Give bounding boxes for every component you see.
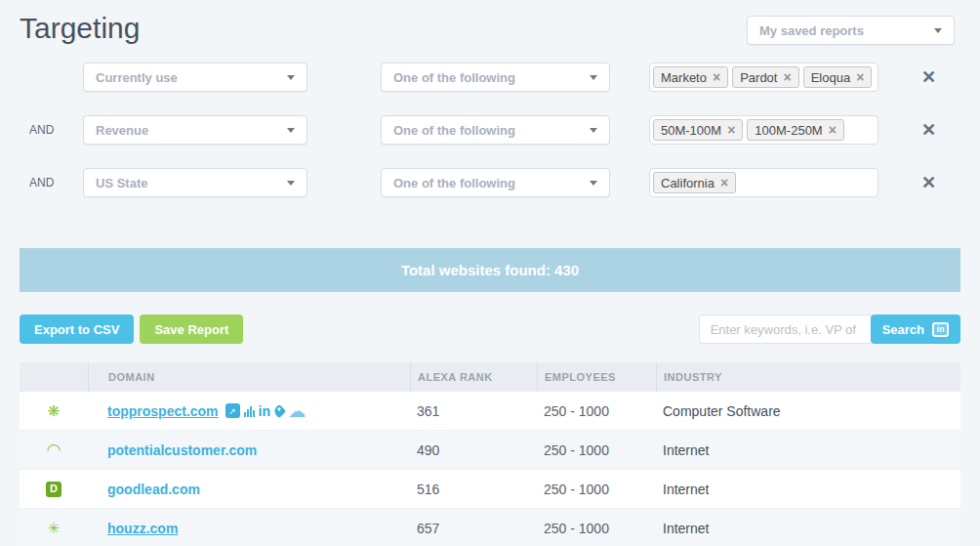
remove-tag-icon[interactable]: × — [783, 70, 791, 84]
industry-cell: Computer Software — [656, 403, 960, 419]
keyword-search-input[interactable] — [699, 315, 871, 344]
remove-tag-icon[interactable]: × — [829, 123, 837, 137]
search-button[interactable]: Search in — [871, 315, 960, 344]
filter-operator-label: One of the following — [393, 70, 515, 85]
actions-bar: Export to CSV Save Report Search in — [20, 315, 960, 344]
chevron-down-icon — [590, 128, 597, 133]
tag-label: Marketo — [661, 70, 707, 85]
export-csv-button[interactable]: Export to CSV — [20, 315, 134, 344]
alexa-rank-column-header: ALEXA RANK — [410, 362, 537, 392]
industry-cell: Internet — [656, 521, 960, 536]
chevron-down-icon — [590, 75, 597, 80]
and-label: AND — [0, 123, 83, 137]
tag-label: Eloqua — [811, 70, 850, 85]
targeting-page: Targeting My saved reports Currently use… — [0, 0, 980, 546]
filter-tag: 50M-100M × — [653, 119, 743, 141]
remove-filter-row-button[interactable]: ✕ — [921, 174, 936, 191]
filter-row-3: AND US State One of the following Califo… — [0, 168, 980, 197]
remove-tag-icon[interactable]: × — [727, 123, 735, 137]
top-bar: Targeting My saved reports — [0, 0, 980, 45]
filter-operator-label: One of the following — [393, 123, 515, 138]
tag-icon[interactable] — [272, 403, 286, 417]
results-summary-banner: Total websites found: 430 — [20, 248, 960, 292]
filter-operator-label: One of the following — [393, 176, 515, 190]
employees-cell: 250 - 1000 — [537, 442, 656, 458]
table-header: DOMAIN ALEXA RANK EMPLOYEES INDUSTRY — [20, 362, 960, 392]
filter-values-input[interactable]: California × — [649, 168, 878, 197]
industry-cell: Internet — [656, 482, 960, 497]
filter-field-dropdown[interactable]: Currently use — [83, 63, 307, 92]
table-row: D goodlead.com 516 250 - 1000 Internet — [20, 470, 960, 509]
alexa-rank-cell: 490 — [410, 442, 537, 458]
site-favicon: ❋ — [45, 402, 62, 420]
filter-tag: Marketo × — [653, 66, 728, 88]
filter-field-dropdown[interactable]: Revenue — [83, 115, 307, 145]
saved-reports-label: My saved reports — [759, 23, 864, 38]
and-label: AND — [0, 176, 83, 189]
page-title: Targeting — [20, 12, 140, 45]
filter-field-label: Currently use — [96, 70, 178, 85]
site-favicon: D — [46, 482, 61, 497]
filter-operator-dropdown[interactable]: One of the following — [381, 115, 610, 145]
bar-chart-icon[interactable] — [244, 405, 255, 417]
domain-link[interactable]: goodlead.com — [107, 482, 200, 497]
filter-field-label: Revenue — [96, 123, 148, 138]
table-row: ◠ potentialcustomer.com 490 250 - 1000 I… — [20, 431, 960, 470]
site-favicon: ✳ — [45, 520, 62, 537]
chevron-down-icon — [287, 181, 295, 186]
employees-column-header: EMPLOYEES — [537, 362, 656, 392]
filter-row-2: AND Revenue One of the following 50M-100… — [0, 115, 980, 145]
remove-filter-row-button[interactable]: ✕ — [921, 68, 936, 86]
alexa-rank-cell: 361 — [410, 403, 537, 419]
saved-reports-dropdown[interactable]: My saved reports — [747, 16, 955, 45]
results-table: DOMAIN ALEXA RANK EMPLOYEES INDUSTRY ❋ t… — [20, 362, 960, 546]
site-quick-links: ↗ in ☁ — [225, 400, 306, 422]
chevron-down-icon — [287, 128, 295, 133]
industry-cell: Internet — [656, 442, 960, 458]
filter-tag: Eloqua × — [803, 66, 873, 88]
domain-link[interactable]: topprospect.com — [107, 403, 219, 419]
remove-tag-icon[interactable]: × — [720, 176, 728, 189]
remove-tag-icon[interactable]: × — [856, 70, 864, 84]
remove-tag-icon[interactable]: × — [713, 70, 720, 84]
filter-values-input[interactable]: 50M-100M × 100M-250M × — [649, 115, 878, 145]
filter-builder: Currently use One of the following Marke… — [0, 63, 980, 197]
table-row: ✳ houzz.com 657 250 - 1000 Internet — [20, 509, 960, 546]
save-report-button[interactable]: Save Report — [140, 315, 243, 344]
filter-tag: Pardot × — [732, 66, 799, 88]
alexa-rank-cell: 657 — [410, 521, 537, 536]
filter-operator-dropdown[interactable]: One of the following — [381, 63, 610, 92]
table-row: ❋ topprospect.com ↗ in ☁ 361 250 - 1000 … — [20, 392, 960, 431]
site-favicon: ◠ — [45, 441, 62, 459]
filter-tag: 100M-250M × — [747, 119, 844, 141]
chevron-down-icon — [287, 75, 295, 80]
filter-operator-dropdown[interactable]: One of the following — [381, 168, 610, 197]
filter-values-input[interactable]: Marketo × Pardot × Eloqua × — [649, 63, 878, 92]
linkedin-icon: in — [932, 322, 949, 337]
filter-tag: California × — [653, 172, 736, 193]
domain-link[interactable]: houzz.com — [107, 521, 178, 536]
domain-link[interactable]: potentialcustomer.com — [107, 442, 257, 458]
tag-label: 50M-100M — [661, 123, 721, 138]
filter-row-1: Currently use One of the following Marke… — [0, 63, 980, 92]
employees-cell: 250 - 1000 — [537, 403, 656, 419]
alexa-rank-cell: 516 — [410, 482, 537, 497]
remove-filter-row-button[interactable]: ✕ — [921, 121, 936, 139]
filter-field-dropdown[interactable]: US State — [83, 168, 307, 197]
employees-cell: 250 - 1000 — [537, 482, 656, 497]
tag-label: 100M-250M — [755, 123, 822, 138]
industry-column-header: INDUSTRY — [656, 362, 960, 392]
salesforce-cloud-icon[interactable]: ☁ — [288, 400, 306, 422]
search-button-label: Search — [882, 322, 924, 337]
employees-cell: 250 - 1000 — [537, 521, 656, 536]
chevron-down-icon — [590, 181, 597, 186]
domain-column-header: DOMAIN — [88, 362, 410, 392]
filter-field-label: US State — [96, 176, 147, 190]
linkedin-icon[interactable]: in — [259, 403, 270, 419]
tag-label: Pardot — [740, 70, 777, 85]
tag-label: California — [661, 176, 715, 190]
chevron-down-icon — [934, 28, 942, 33]
external-link-icon[interactable]: ↗ — [225, 403, 240, 418]
favicon-column-header — [20, 362, 88, 392]
